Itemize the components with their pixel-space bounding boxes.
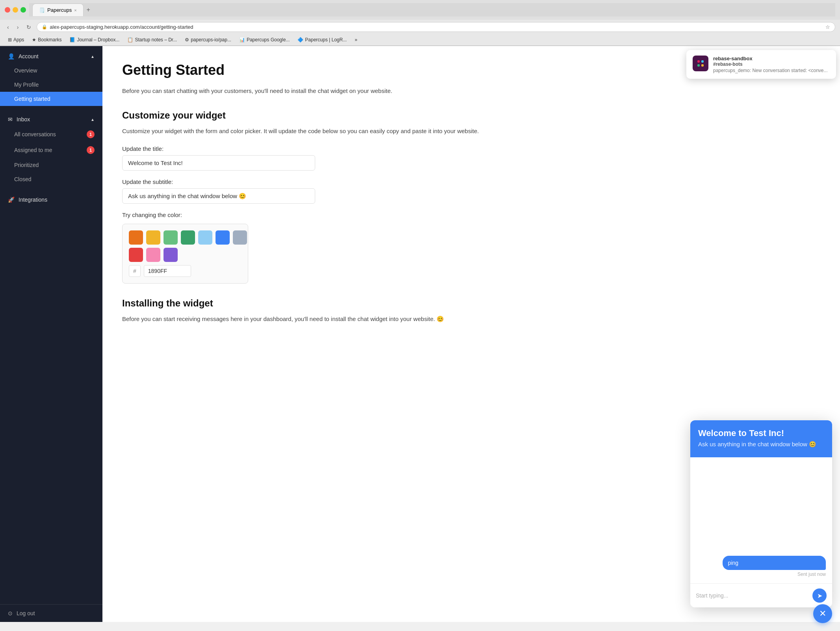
chat-message-time: Sent just now (697, 572, 826, 577)
color-swatch-red[interactable] (129, 248, 143, 262)
sidebar: 👤 Account ▲ Overview My Profile Getting … (0, 46, 102, 622)
sidebar-item-getting-started[interactable]: Getting started (0, 92, 102, 106)
color-swatches (129, 230, 242, 262)
svg-rect-0 (697, 60, 700, 63)
address-bar[interactable]: 🔒 alex-papercups-staging.herokuapp.com/a… (37, 22, 835, 32)
chat-footer: ➤ (690, 583, 832, 607)
close-dot[interactable] (5, 7, 10, 13)
sidebar-item-closed[interactable]: Closed (0, 172, 102, 186)
title-input[interactable] (122, 155, 315, 171)
slack-message-preview: papercups_demo: New conversation started… (713, 68, 830, 73)
bookmark-bookmarks[interactable]: ★ Bookmarks (29, 36, 65, 44)
assigned-to-me-badge: 1 (87, 146, 95, 154)
svg-rect-2 (697, 64, 700, 67)
browser-toolbar: ‹ › ↻ 🔒 alex-papercups-staging.herokuapp… (0, 20, 840, 34)
color-swatch-gray[interactable] (233, 230, 247, 245)
all-conversations-label: All conversations (14, 131, 56, 137)
sidebar-item-my-profile[interactable]: My Profile (0, 78, 102, 92)
color-swatch-orange[interactable] (129, 230, 143, 245)
bookmark-apps-label: Apps (13, 37, 24, 43)
reload-button[interactable]: ↻ (24, 22, 33, 32)
chat-close-button[interactable]: ✕ (813, 604, 832, 622)
chat-header-title: Welcome to Test Inc! (698, 428, 824, 438)
tab-close-button[interactable]: × (74, 8, 76, 13)
color-swatch-light-blue[interactable] (198, 230, 212, 245)
sidebar-item-all-conversations[interactable]: All conversations 1 (0, 126, 102, 142)
prioritized-label: Prioritized (14, 162, 39, 168)
color-swatch-purple[interactable] (164, 248, 178, 262)
account-section-label: Account (19, 53, 39, 59)
integrations-section: 🚀 Integrations (0, 189, 102, 210)
customize-section-title: Customize your widget (122, 110, 820, 121)
account-chevron-icon: ▲ (91, 54, 95, 59)
bookmark-google[interactable]: 📊 Papercups Google... (236, 36, 293, 44)
install-intro: Before you can start receiving messages … (122, 314, 820, 324)
svg-rect-3 (701, 64, 704, 67)
browser-chrome: 🗒️ Papercups × + ‹ › ↻ 🔒 alex-papercups-… (0, 0, 840, 46)
bookmark-startup[interactable]: 📋 Startup notes – Dr... (124, 36, 180, 44)
dropbox-icon: 📘 (69, 37, 75, 43)
inbox-section-header[interactable]: ✉ Inbox ▲ (0, 112, 102, 126)
color-label: Try changing the color: (122, 212, 820, 218)
color-swatch-light-green[interactable] (164, 230, 178, 245)
sidebar-logout-button[interactable]: ⊙ Log out (0, 605, 102, 622)
browser-tab-bar: 🗒️ Papercups × + (29, 3, 835, 17)
bookmark-star-icon[interactable]: ☆ (825, 24, 830, 30)
bookmark-logr[interactable]: 🔷 Papercups | LogR... (294, 36, 350, 44)
bookmark-github[interactable]: ⚙ papercups-io/pap... (182, 36, 234, 44)
apps-grid-icon: ⊞ (8, 37, 12, 43)
bookmark-apps[interactable]: ⊞ Apps (5, 36, 27, 44)
account-section-header[interactable]: 👤 Account ▲ (0, 49, 102, 63)
hex-color-input[interactable] (144, 265, 191, 277)
browser-tab[interactable]: 🗒️ Papercups × (32, 4, 84, 16)
bookmark-journal[interactable]: 📘 Journal – Dropbox... (66, 36, 123, 44)
forward-button[interactable]: › (15, 22, 21, 32)
chat-send-button[interactable]: ➤ (812, 588, 827, 603)
sidebar-item-overview[interactable]: Overview (0, 63, 102, 78)
assigned-to-me-label: Assigned to me (14, 147, 52, 153)
integrations-section-header[interactable]: 🚀 Integrations (0, 193, 102, 207)
color-swatch-yellow[interactable] (146, 230, 160, 245)
lock-icon: 🔒 (42, 24, 47, 30)
svg-rect-1 (701, 60, 704, 63)
slack-channel-name: #rebase-bots (713, 61, 830, 67)
bookmark-bookmarks-label: Bookmarks (38, 37, 61, 43)
color-swatch-green[interactable] (181, 230, 195, 245)
back-button[interactable]: ‹ (5, 22, 11, 32)
bookmark-more[interactable]: » (351, 36, 361, 44)
account-section: 👤 Account ▲ Overview My Profile Getting … (0, 46, 102, 109)
chat-message-outgoing: ping (723, 556, 826, 570)
github-icon: ⚙ (185, 37, 189, 43)
chat-messages-area: ping Sent just now (690, 457, 832, 583)
customize-section-desc: Customize your widget with the form and … (122, 126, 820, 136)
subtitle-input[interactable] (122, 188, 315, 204)
minimize-dot[interactable] (13, 7, 18, 13)
logout-icon: ⊙ (8, 610, 13, 616)
bookmark-logr-label: Papercups | LogR... (305, 37, 347, 43)
inbox-icon: ✉ (8, 116, 13, 122)
logout-label: Log out (17, 610, 35, 616)
sidebar-item-assigned-to-me[interactable]: Assigned to me 1 (0, 142, 102, 158)
subtitle-label: Update the subtitle: (122, 178, 820, 185)
my-profile-label: My Profile (14, 82, 39, 88)
color-swatch-blue[interactable] (216, 230, 230, 245)
slack-notification-content: rebase-sandbox #rebase-bots papercups_de… (713, 56, 830, 73)
hex-prefix-label: # (129, 265, 141, 277)
inbox-section-label: Inbox (17, 116, 30, 122)
chat-text-input[interactable] (696, 592, 809, 599)
color-hex-row: # (129, 265, 242, 277)
close-x-icon: ✕ (819, 609, 826, 619)
bookmark-github-label: papercups-io/pap... (191, 37, 231, 43)
closed-label: Closed (14, 176, 32, 182)
slack-notification-popup[interactable]: rebase-sandbox #rebase-bots papercups_de… (686, 50, 836, 79)
sidebar-item-prioritized[interactable]: Prioritized (0, 158, 102, 172)
slack-workspace-name: rebase-sandbox (713, 56, 830, 61)
maximize-dot[interactable] (20, 7, 26, 13)
color-swatch-pink[interactable] (146, 248, 160, 262)
install-section-title: Installing the widget (122, 298, 820, 309)
tab-favicon-icon: 🗒️ (39, 7, 45, 13)
new-tab-button[interactable]: + (84, 3, 93, 17)
chat-widget: Welcome to Test Inc! Ask us anything in … (690, 420, 832, 607)
getting-started-label: Getting started (14, 96, 50, 102)
bookmarks-bar: ⊞ Apps ★ Bookmarks 📘 Journal – Dropbox..… (0, 34, 840, 46)
